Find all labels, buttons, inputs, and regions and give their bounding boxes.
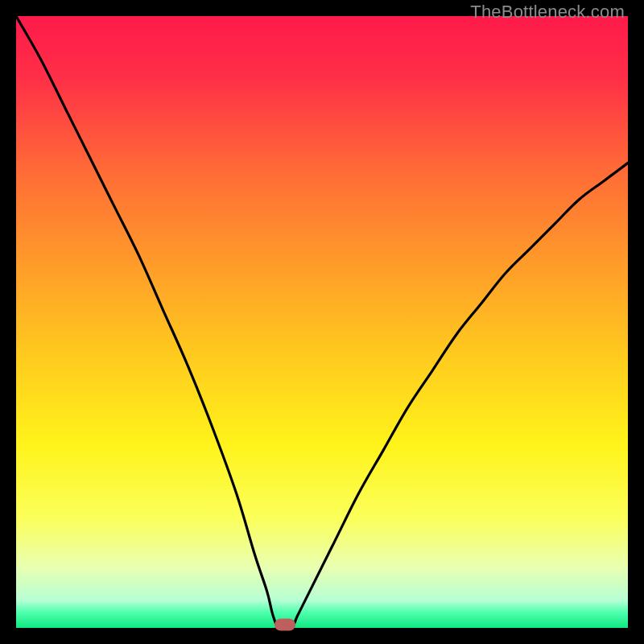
chart-svg [16,16,628,628]
gradient-background [16,16,628,628]
chart-frame [16,16,628,628]
optimal-marker [275,619,295,631]
watermark-text: TheBottleneck.com [470,2,625,23]
